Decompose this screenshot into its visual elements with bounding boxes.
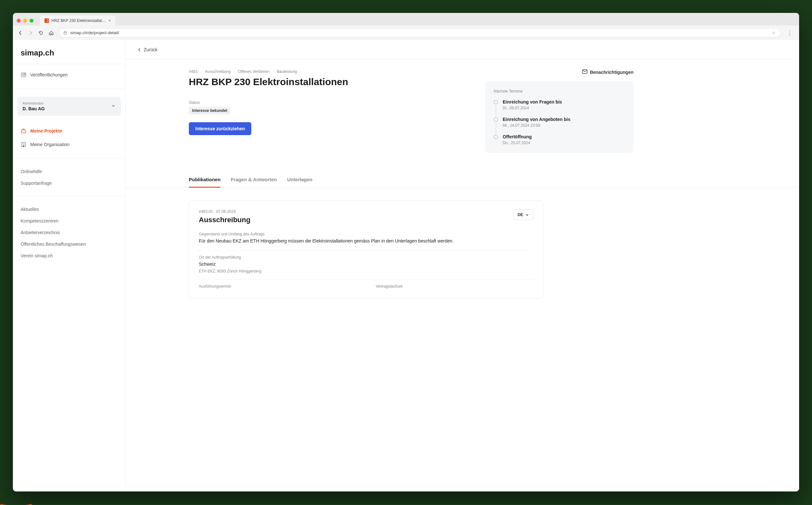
tab-documents[interactable]: Unterlagen bbox=[287, 172, 312, 188]
browser-window: HRZ BKP 230 Elektroinstallat… × simap.c bbox=[13, 13, 799, 491]
minimize-window-button[interactable] bbox=[23, 19, 27, 23]
breadcrumb-item: Bauleistung bbox=[277, 69, 297, 74]
timeline-date: Di., 09.07.2024 bbox=[503, 106, 562, 110]
field-label: Vertragslaufzeit bbox=[376, 284, 533, 289]
sidebar-link-news[interactable]: Aktuelles bbox=[13, 203, 125, 215]
home-button[interactable] bbox=[48, 30, 54, 36]
field-sub: ETH EKZ, 8093 Zürich Hönggerberg bbox=[199, 269, 533, 274]
app: simap.ch Veröffentlichungen Administrato… bbox=[13, 40, 799, 491]
status-badge: Interesse bekundet bbox=[189, 107, 230, 115]
sidebar-link-assoc[interactable]: Verein simap.ch bbox=[13, 250, 125, 262]
breadcrumb-item: Ausschreibung bbox=[205, 69, 230, 74]
chevron-down-icon bbox=[111, 104, 116, 109]
timeline-dot-icon bbox=[494, 135, 498, 139]
notifications-label: Benachrichtigungen bbox=[590, 70, 633, 75]
timeline-item: Offertöffnung Do., 25.07.2024 bbox=[494, 134, 625, 145]
publications-icon bbox=[21, 72, 26, 78]
timeline-date: Mi., 24.07.2024 23:59 bbox=[503, 123, 570, 128]
window-controls bbox=[17, 19, 33, 23]
field-label: Ort der Auftragserfüllung bbox=[199, 255, 533, 260]
divider bbox=[199, 250, 533, 250]
field-label: Gegenstand und Umfang des Auftrags bbox=[199, 232, 533, 236]
briefcase-icon bbox=[21, 128, 26, 134]
sidebar-label: Meine Projekte bbox=[30, 128, 62, 134]
close-window-button[interactable] bbox=[17, 19, 21, 23]
browser-tab[interactable]: HRZ BKP 230 Elektroinstallat… × bbox=[40, 15, 115, 25]
forward-button[interactable] bbox=[28, 30, 33, 36]
right-panel: Benachrichtigungen Nächste Termine Einre… bbox=[485, 69, 633, 153]
timeline-title: Nächste Termine bbox=[494, 89, 625, 94]
back-button[interactable] bbox=[17, 30, 23, 36]
timeline-label: Offertöffnung bbox=[503, 134, 532, 139]
breadcrumb-item: Offenes Verfahren bbox=[238, 69, 269, 74]
field-label: Ausführungstermin bbox=[199, 284, 356, 289]
sidebar-item-my-projects[interactable]: Meine Projekte bbox=[13, 124, 125, 138]
status-label: Status bbox=[189, 100, 472, 105]
back-label: Zurück bbox=[144, 47, 158, 52]
building-icon bbox=[21, 142, 26, 147]
org-name: D. Bau AG bbox=[23, 106, 45, 111]
lock-icon bbox=[63, 31, 67, 35]
timeline-label: Einreichung von Fragen bis bbox=[503, 99, 562, 105]
notifications-link[interactable]: Benachrichtigungen bbox=[485, 69, 633, 75]
timeline-card: Nächste Termine Einreichung von Fragen b… bbox=[485, 81, 633, 153]
favicon-icon bbox=[44, 18, 49, 23]
sidebar-item-publications[interactable]: Veröffentlichungen bbox=[13, 68, 125, 81]
main-content: Zurück #483· Ausschreibung· Offenes Verf… bbox=[126, 40, 799, 491]
org-switcher[interactable]: Administrator D. Bau AG bbox=[17, 97, 121, 116]
field-value: Für den Neubau EKZ am ETH Hönggerberg mü… bbox=[199, 238, 533, 244]
timeline-date: Do., 25.07.2024 bbox=[503, 141, 532, 145]
breadcrumbs: #483· Ausschreibung· Offenes Verfahren· … bbox=[189, 69, 472, 74]
topbar: Zurück bbox=[126, 40, 799, 60]
language-select[interactable]: DE bbox=[513, 209, 533, 220]
tab-close-icon[interactable]: × bbox=[108, 18, 111, 23]
mail-icon bbox=[582, 69, 587, 75]
sidebar-link-providers[interactable]: Anbieterverzeichnis bbox=[13, 227, 125, 238]
language-value: DE bbox=[518, 212, 523, 217]
sidebar-link-online-help[interactable]: Onlinehilfe bbox=[13, 166, 125, 177]
sidebar-label: Veröffentlichungen bbox=[30, 72, 68, 77]
org-role: Administrator bbox=[23, 101, 45, 105]
bookmark-icon[interactable]: ☆ bbox=[772, 30, 776, 35]
sidebar-label: Meine Organisation bbox=[30, 142, 69, 147]
tabs: Publikationen Fragen & Antworten Unterla… bbox=[126, 172, 799, 188]
browser-chrome: HRZ BKP 230 Elektroinstallat… × simap.c bbox=[13, 13, 799, 40]
timeline-item: Einreichung von Angeboten bis Mi., 24.07… bbox=[494, 117, 625, 134]
tab-publications[interactable]: Publikationen bbox=[189, 172, 220, 188]
project-header: #483· Ausschreibung· Offenes Verfahren· … bbox=[137, 69, 472, 153]
browser-toolbar: simap.ch/de/project-detail/ ☆ ⋮ bbox=[13, 25, 799, 40]
publication-card: #483-01 · 07.06.2024 Ausschreibung DE Ge… bbox=[189, 201, 543, 299]
breadcrumb-item: #483 bbox=[189, 69, 198, 74]
maximize-window-button[interactable] bbox=[30, 19, 33, 23]
field-value: Schweiz bbox=[199, 261, 533, 268]
publication-meta: #483-01 · 07.06.2024 bbox=[199, 209, 250, 214]
page-title: HRZ BKP 230 Elektroinstallationen bbox=[189, 76, 472, 88]
withdraw-interest-button[interactable]: Interesse zurückziehen bbox=[189, 122, 251, 135]
logo[interactable]: simap.ch bbox=[13, 40, 125, 64]
tab-questions[interactable]: Fragen & Antworten bbox=[231, 172, 277, 188]
back-link[interactable]: Zurück bbox=[137, 47, 788, 52]
reload-button[interactable] bbox=[38, 30, 44, 36]
sidebar-link-competence[interactable]: Kompetenzzentren bbox=[13, 215, 125, 227]
sidebar-link-support[interactable]: Supportanfrage bbox=[13, 177, 125, 189]
timeline-dot-icon bbox=[494, 100, 498, 105]
address-bar[interactable]: simap.ch/de/project-detail/ ☆ bbox=[59, 28, 780, 37]
sidebar-item-my-organisation[interactable]: Meine Organisation bbox=[13, 138, 125, 151]
browser-menu-button[interactable]: ⋮ bbox=[785, 29, 795, 36]
publication-title: Ausschreibung bbox=[199, 216, 250, 224]
tab-title: HRZ BKP 230 Elektroinstallat… bbox=[51, 18, 106, 23]
timeline-dot-icon bbox=[494, 117, 498, 122]
content: #483· Ausschreibung· Offenes Verfahren· … bbox=[126, 60, 799, 312]
sidebar: simap.ch Veröffentlichungen Administrato… bbox=[13, 40, 126, 491]
url-text: simap.ch/de/project-detail/ bbox=[70, 30, 769, 35]
chevron-down-icon bbox=[525, 213, 529, 217]
chevron-left-icon bbox=[137, 48, 141, 51]
svg-rect-3 bbox=[22, 130, 26, 133]
browser-tab-bar: HRZ BKP 230 Elektroinstallat… × bbox=[13, 13, 799, 25]
sidebar-link-procurement[interactable]: Öffentliches Beschaffungswesen bbox=[13, 238, 125, 250]
detail-area: #483-01 · 07.06.2024 Ausschreibung DE Ge… bbox=[126, 188, 799, 312]
timeline-item: Einreichung von Fragen bis Di., 09.07.20… bbox=[494, 99, 625, 117]
svg-rect-0 bbox=[64, 32, 67, 34]
timeline-label: Einreichung von Angeboten bis bbox=[503, 117, 570, 122]
